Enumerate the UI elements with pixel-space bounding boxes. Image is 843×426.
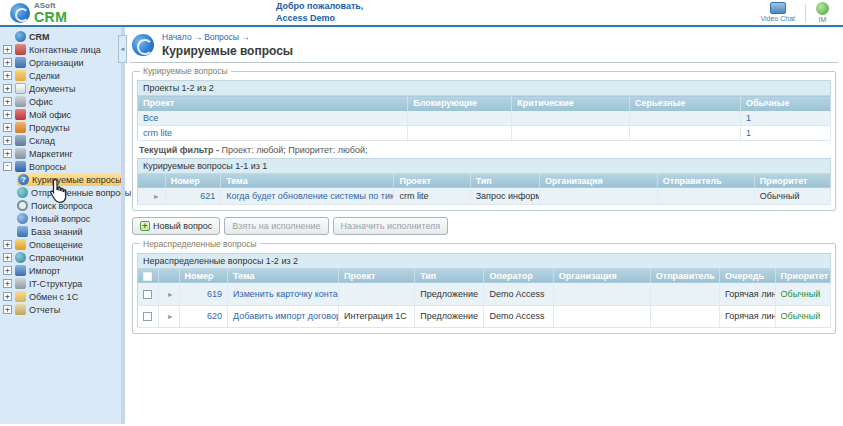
col-theme[interactable]: Тема: [228, 268, 339, 283]
sidebar-item-documents[interactable]: + Документы: [3, 82, 121, 95]
sidebar-item-label: Продукты: [29, 123, 70, 133]
sidebar-item-knowledge-base[interactable]: База знаний: [17, 225, 121, 238]
sidebar-item-my-office[interactable]: + Мой офис: [3, 108, 121, 121]
tree-expand-icon[interactable]: +: [3, 279, 12, 288]
curated-questions-table: Номер Тема Проект Тип Организация Отправ…: [137, 173, 831, 205]
page-title: Курируемые вопросы: [162, 44, 293, 58]
sidebar-item-search-question[interactable]: Поиск вопроса: [17, 199, 121, 212]
tree-expand-icon[interactable]: +: [3, 149, 12, 158]
sidebar-item-notifications[interactable]: + Оповещение: [3, 238, 121, 251]
col-operator[interactable]: Оператор: [484, 268, 553, 283]
col-number[interactable]: Номер: [179, 268, 228, 283]
tree-expand-icon[interactable]: +: [3, 136, 12, 145]
reports-icon: [15, 304, 26, 315]
row-checkbox[interactable]: [143, 312, 152, 321]
sent-questions-icon: [17, 187, 28, 198]
row-expander-icon[interactable]: ►: [167, 291, 174, 298]
tree-expand-icon[interactable]: +: [3, 45, 12, 54]
new-question-button[interactable]: + Новый вопрос: [132, 217, 220, 235]
sidebar-item-contacts[interactable]: + Контактные лица: [3, 43, 121, 56]
sidebar-item-office[interactable]: + Офис: [3, 95, 121, 108]
project-link[interactable]: crm lite: [143, 128, 172, 138]
row-checkbox[interactable]: [143, 290, 152, 299]
col-sender[interactable]: Отправитель: [650, 268, 719, 283]
assign-executor-button[interactable]: Назначить исполнителя: [333, 217, 449, 235]
row-expander-icon[interactable]: ►: [153, 193, 160, 200]
col-project[interactable]: Проект: [138, 96, 408, 111]
sidebar-item-organizations[interactable]: + Организации: [3, 56, 121, 69]
sidebar-item-1c-exchange[interactable]: + Обмен с 1С: [3, 290, 121, 303]
tree-expand-icon[interactable]: +: [3, 71, 12, 80]
tree-expand-icon[interactable]: +: [3, 84, 12, 93]
new-question-label: Новый вопрос: [153, 221, 212, 231]
col-type[interactable]: Тип: [415, 268, 484, 283]
tree-expand-icon[interactable]: +: [3, 266, 12, 275]
sidebar-item-it-structure[interactable]: + IT-Структура: [3, 277, 121, 290]
tree-expand-icon[interactable]: +: [3, 305, 12, 314]
col-priority[interactable]: Приоритет: [775, 268, 831, 283]
sidebar-item-warehouse[interactable]: + Склад: [3, 134, 121, 147]
breadcrumb-home-link[interactable]: Начало: [162, 32, 192, 42]
sidebar-item-questions[interactable]: - Вопросы: [3, 160, 121, 173]
take-to-work-button[interactable]: Взять на исполнение: [224, 217, 328, 235]
col-critical[interactable]: Критические: [512, 96, 630, 111]
col-theme[interactable]: Тема: [221, 173, 394, 188]
question-theme-link[interactable]: Изменить карточку контактного лица: [233, 289, 338, 299]
tree-expand-icon[interactable]: +: [3, 97, 12, 106]
sidebar-item-marketing[interactable]: + Маркетинг: [3, 147, 121, 160]
office-icon: [15, 96, 26, 107]
tree-expand-icon[interactable]: +: [3, 123, 12, 132]
im-label: IM: [816, 16, 829, 23]
sidebar-item-import[interactable]: + Импорт: [3, 264, 121, 277]
question-row-620: ► 620 Добавить импорт договоров из 1С Ин…: [138, 305, 831, 327]
im-button[interactable]: IM: [816, 2, 829, 23]
tree-expand-icon[interactable]: +: [3, 292, 12, 301]
question-theme-link[interactable]: Когда будет обновление системы по тикету…: [226, 191, 394, 201]
sidebar-item-deals[interactable]: + Сделки: [3, 69, 121, 82]
question-theme-link[interactable]: Добавить импорт договоров из 1С: [233, 311, 338, 321]
sidebar-item-directories[interactable]: + Справочники: [3, 251, 121, 264]
col-type[interactable]: Тип: [470, 173, 539, 188]
project-link[interactable]: Все: [143, 113, 159, 123]
tree-expand-icon[interactable]: +: [3, 58, 12, 67]
tree-expand-icon[interactable]: +: [3, 240, 12, 249]
video-chat-button[interactable]: Video Chat: [760, 2, 795, 22]
cell-organization: [553, 305, 650, 327]
col-serious[interactable]: Серьезные: [630, 96, 741, 111]
tree-collapse-icon[interactable]: -: [3, 162, 12, 171]
sidebar-item-reports[interactable]: + Отчеты: [3, 303, 121, 316]
question-number-link[interactable]: 620: [207, 311, 222, 321]
sidebar-item-label: Склад: [29, 136, 55, 146]
col-project[interactable]: Проект: [338, 268, 414, 283]
col-normal[interactable]: Обычные: [740, 96, 830, 111]
col-organization[interactable]: Организация: [553, 268, 650, 283]
select-all-checkbox[interactable]: [143, 272, 152, 281]
col-priority[interactable]: Приоритет: [754, 173, 830, 188]
normal-count-link[interactable]: 1: [746, 128, 751, 138]
row-expander-icon[interactable]: ►: [167, 313, 174, 320]
col-queue[interactable]: Очередь: [720, 268, 775, 283]
col-sender[interactable]: Отправитель: [657, 173, 754, 188]
sidebar-item-curated-questions[interactable]: ? Курируемые вопросы: [17, 173, 121, 186]
cell-queue: Горячая линия: [720, 305, 775, 327]
tree-root-crm[interactable]: CRM: [3, 30, 121, 43]
tree-expand-icon[interactable]: +: [3, 253, 12, 262]
welcome-line2: Access Demo: [276, 13, 363, 24]
normal-count-link[interactable]: 1: [746, 113, 751, 123]
question-number-link[interactable]: 619: [207, 289, 222, 299]
sidebar-splitter[interactable]: ◄: [121, 27, 125, 424]
sidebar-item-label: Отправленные вопросы: [31, 188, 131, 198]
sidebar-item-new-question[interactable]: Новый вопрос: [17, 212, 121, 225]
sidebar-collapse-handle[interactable]: ◄: [118, 35, 127, 63]
breadcrumb-questions-link[interactable]: Вопросы: [204, 32, 239, 42]
col-blocking[interactable]: Блокирующие: [408, 96, 512, 111]
col-number[interactable]: Номер: [165, 173, 220, 188]
curated-questions-fieldset: Курируемые вопросы Проекты 1-2 из 2 Прое…: [132, 66, 836, 211]
tree-expand-icon[interactable]: +: [3, 110, 12, 119]
my-office-icon: [15, 109, 26, 120]
sidebar-item-sent-questions[interactable]: Отправленные вопросы: [17, 186, 121, 199]
sidebar-item-products[interactable]: + Продукты: [3, 121, 121, 134]
col-project[interactable]: Проект: [394, 173, 470, 188]
col-organization[interactable]: Организация: [539, 173, 657, 188]
question-number-link[interactable]: 621: [200, 191, 215, 201]
